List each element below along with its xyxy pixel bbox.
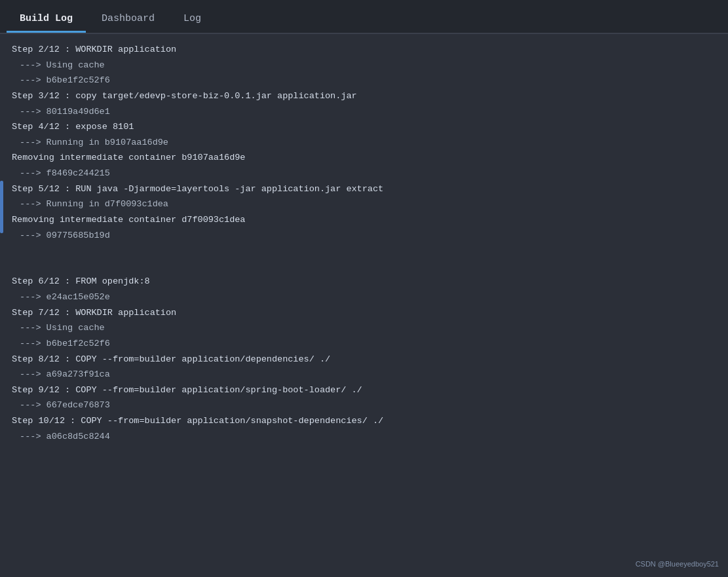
- log-line: ---> Running in b9107aa16d9e: [12, 135, 716, 151]
- log-line: ---> Using cache: [12, 320, 716, 336]
- log-line: [12, 259, 716, 274]
- log-line: ---> f8469c244215: [12, 166, 716, 181]
- log-line: Step 8/12 : COPY --from=builder applicat…: [12, 352, 716, 367]
- log-line: Step 9/12 : COPY --from=builder applicat…: [12, 382, 716, 398]
- log-line: Removing intermediate container b9107aa1…: [12, 150, 716, 166]
- log-line: ---> Using cache: [12, 58, 716, 73]
- log-line: ---> b6be1f2c52f6: [12, 73, 716, 88]
- log-line: Step 3/12 : copy target/edevp-store-biz-…: [12, 88, 716, 104]
- log-line: ---> a06c8d5c8244: [12, 429, 716, 445]
- tab-bar: Build LogDashboardLog: [0, 0, 728, 34]
- tab-build-log[interactable]: Build Log: [7, 7, 86, 33]
- log-line: Step 6/12 : FROM openjdk:8: [12, 274, 716, 289]
- log-line: ---> Running in d7f0093c1dea: [12, 196, 716, 212]
- log-line: Removing intermediate container d7f0093c…: [12, 212, 716, 228]
- log-line: Step 10/12 : COPY --from=builder applica…: [12, 413, 716, 429]
- log-line: ---> 667edce76873: [12, 398, 716, 413]
- watermark: CSDN @Blueeyedboy521: [636, 560, 719, 568]
- log-area[interactable]: Step 2/12 : WORKDIR application ---> Usi…: [0, 34, 728, 577]
- log-line: Step 7/12 : WORKDIR application: [12, 305, 716, 321]
- log-line: ---> 09775685b19d: [12, 228, 716, 244]
- log-line: ---> b6be1f2c52f6: [12, 336, 716, 352]
- log-line: Step 2/12 : WORKDIR application: [12, 42, 716, 58]
- log-line: Step 4/12 : expose 8101: [12, 119, 716, 135]
- tab-log[interactable]: Log: [170, 7, 214, 33]
- scroll-indicator: [0, 181, 3, 233]
- log-line: ---> a69a273f91ca: [12, 367, 716, 382]
- log-line: [12, 243, 716, 259]
- tab-dashboard[interactable]: Dashboard: [88, 7, 168, 33]
- log-line: ---> 80119a49d6e1: [12, 104, 716, 120]
- log-line: ---> e24ac15e052e: [12, 289, 716, 305]
- log-line: Step 5/12 : RUN java -Djarmode=layertool…: [12, 181, 716, 197]
